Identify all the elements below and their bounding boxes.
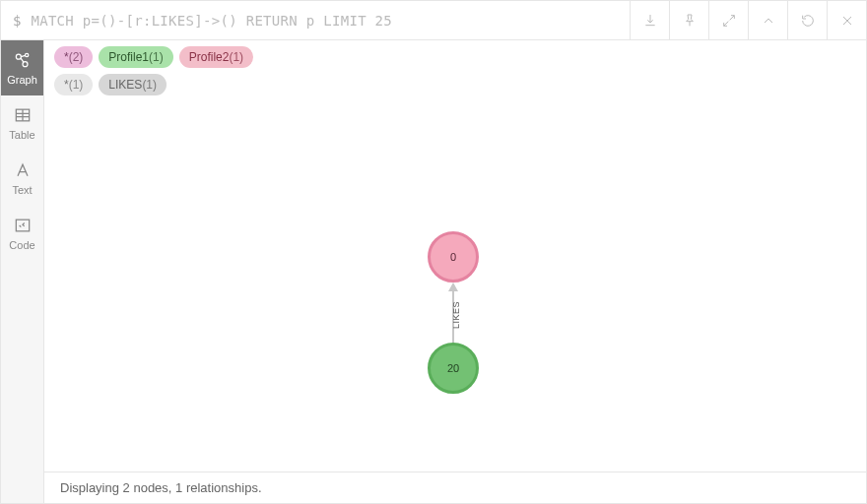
code-icon (13, 216, 33, 235)
expand-icon (721, 13, 737, 29)
svg-point-1 (25, 53, 28, 56)
query-editor[interactable]: $ MATCH p=()-[r:LIKES]->() RETURN p LIMI… (1, 13, 630, 29)
download-icon (642, 13, 658, 29)
rel-chip-row: *(1) LIKES(1) (54, 74, 856, 95)
pin-button[interactable] (669, 1, 708, 40)
status-footer: Displaying 2 nodes, 1 relationships. (44, 472, 866, 503)
query-prompt: $ (13, 13, 21, 29)
expand-button[interactable] (708, 1, 748, 40)
svg-point-2 (23, 62, 28, 67)
tab-table-label: Table (9, 129, 34, 141)
graph-node-profile1[interactable]: 20 (428, 343, 479, 394)
graph-icon (13, 50, 33, 70)
tab-graph-label: Graph (7, 74, 37, 86)
tab-table[interactable]: Table (1, 95, 43, 151)
node-chip-row: *(2) Profile1(1) Profile2(1) (54, 46, 856, 68)
app-root: $ MATCH p=()-[r:LIKES]->() RETURN p LIMI… (0, 0, 867, 504)
arrowhead-icon (448, 283, 458, 291)
close-button[interactable] (827, 1, 866, 40)
topbar-actions (630, 1, 866, 40)
chip-node-profile2[interactable]: Profile2(1) (179, 46, 253, 68)
tab-code[interactable]: Code (1, 206, 43, 261)
text-icon (13, 160, 33, 180)
refresh-icon (800, 13, 816, 29)
table-icon (13, 105, 33, 125)
chip-node-profile1[interactable]: Profile1(1) (99, 46, 172, 68)
graph-node-profile2[interactable]: 0 (428, 231, 479, 283)
close-icon (839, 13, 855, 29)
download-button[interactable] (630, 1, 669, 40)
chip-rel-all[interactable]: *(1) (54, 74, 93, 95)
view-tabs: Graph Table Text Code (1, 40, 44, 503)
tab-graph[interactable]: Graph (1, 40, 43, 95)
chip-node-all[interactable]: *(2) (54, 46, 93, 68)
legend-chips: *(2) Profile1(1) Profile2(1) *(1) LIKES(… (44, 40, 866, 97)
rerun-button[interactable] (787, 1, 827, 40)
chip-rel-likes[interactable]: LIKES(1) (99, 74, 167, 95)
body: Graph Table Text Code *(2) Profile1(1) P… (1, 40, 866, 503)
main-panel: *(2) Profile1(1) Profile2(1) *(1) LIKES(… (44, 40, 866, 503)
status-text: Displaying 2 nodes, 1 relationships. (60, 480, 262, 495)
tab-text-label: Text (12, 184, 32, 196)
tab-text[interactable]: Text (1, 151, 43, 206)
pin-icon (682, 13, 698, 29)
collapse-button[interactable] (748, 1, 787, 40)
chevron-up-icon (761, 13, 776, 29)
tab-code-label: Code (9, 239, 34, 251)
query-text: MATCH p=()-[r:LIKES]->() RETURN p LIMIT … (31, 13, 392, 29)
graph-canvas[interactable]: LIKES 0 20 (44, 97, 866, 472)
edge-label: LIKES (451, 301, 461, 329)
topbar: $ MATCH p=()-[r:LIKES]->() RETURN p LIMI… (1, 1, 866, 40)
